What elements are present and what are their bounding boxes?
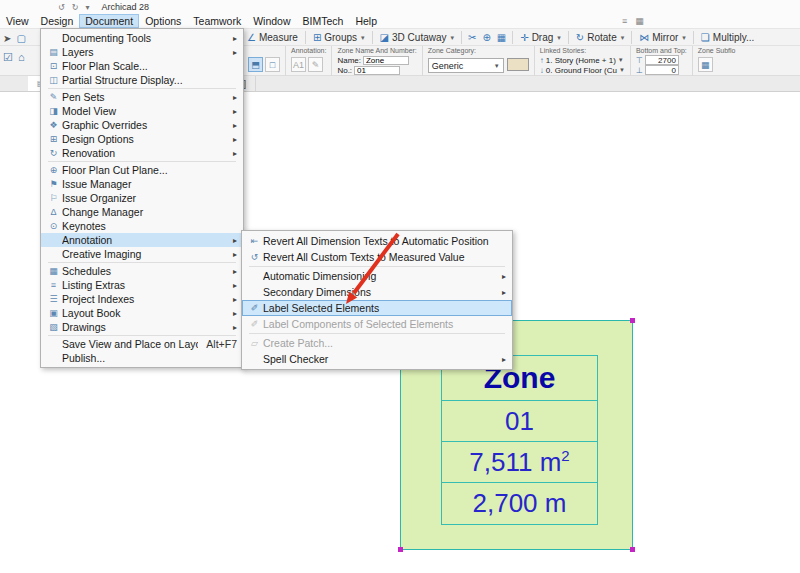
arrow-tool-icon[interactable]: ➤: [3, 33, 11, 44]
submenu-item[interactable]: Secondary Dimensions ▸: [242, 284, 512, 300]
menu-item[interactable]: ◨ Model View ▸: [41, 104, 243, 118]
zone-subfloor-icon[interactable]: ▦: [698, 57, 713, 72]
annotation-edit-button[interactable]: ✎: [308, 57, 323, 72]
zone-category-color-swatch[interactable]: [507, 58, 529, 71]
submenu-arrow-icon: ▸: [497, 272, 506, 281]
zone-stamp-area: 7,511 m2: [469, 447, 569, 478]
infobox-sections: ⬒ □ Annotation: A1 ✎ Zone Name And Numbe…: [242, 46, 741, 76]
menubar-item[interactable]: BIMTech: [297, 14, 350, 28]
menu-item-icon: ⊙: [45, 221, 62, 231]
cut-icon[interactable]: ✂: [465, 32, 479, 43]
submenu-item[interactable]: ▱ Create Patch...: [242, 335, 512, 351]
submenu-item[interactable]: ↺ Revert All Custom Texts to Measured Va…: [242, 249, 512, 265]
mirror-button[interactable]: ⋈ Mirror ▾: [635, 30, 690, 46]
layout-icon[interactable]: ▦: [635, 14, 644, 28]
menu-item-label: Model View: [62, 105, 228, 117]
menu-item[interactable]: ⚑ Issue Manager: [41, 177, 243, 191]
marquee-tool-icon[interactable]: ▢: [16, 33, 25, 44]
menu-separator: [249, 266, 505, 267]
menubar-item[interactable]: Teamwork: [187, 14, 247, 28]
menu-item-icon: ↻: [45, 148, 62, 158]
geometry-method-rect-button[interactable]: □: [265, 57, 280, 72]
menu-item[interactable]: Documenting Tools ▸: [41, 31, 243, 45]
linked-story-bottom-value: 0. Ground Floor (Cu: [546, 66, 617, 75]
add-icon[interactable]: ⊕: [479, 32, 493, 43]
menu-item-label: Issue Organizer: [62, 192, 237, 204]
menu-item[interactable]: Δ Change Manager: [41, 205, 243, 219]
menu-item[interactable]: ⊕ Floor Plan Cut Plane...: [41, 163, 243, 177]
menu-item[interactable]: ▤ Layers ▸: [41, 45, 243, 59]
zone-tool-icon[interactable]: ⌂: [18, 51, 25, 64]
cutaway-icon: ◪: [380, 32, 389, 43]
menubar-item[interactable]: Document: [79, 14, 139, 28]
default-settings-icon[interactable]: ☑: [3, 51, 13, 64]
zone-category-select[interactable]: Generic ▼: [428, 58, 504, 73]
geometry-method-section: ⬒ □: [242, 46, 285, 76]
menu-item[interactable]: ⊙ Keynotes: [41, 219, 243, 233]
multiply-button[interactable]: ❏ Multiply...: [697, 30, 758, 46]
menubar-item[interactable]: Help: [349, 14, 383, 28]
rotate-button[interactable]: ↻ Rotate ▾: [572, 30, 628, 46]
drag-button[interactable]: ✛ Drag ▾: [516, 30, 565, 46]
menu-item-icon: ⚐: [45, 193, 62, 203]
submenu-arrow-icon: ▸: [228, 149, 237, 158]
measure-button[interactable]: ∠ Measure: [243, 30, 302, 46]
menu-item-label: Listing Extras: [62, 279, 228, 291]
menu-item[interactable]: ❖ Graphic Overrides ▸: [41, 118, 243, 132]
menu-item[interactable]: ✎ Pen Sets ▸: [41, 90, 243, 104]
menu-item[interactable]: ▣ Layout Book ▸: [41, 306, 243, 320]
selection-handle[interactable]: [630, 547, 635, 552]
selection-handle[interactable]: [630, 318, 635, 323]
menu-item-label: Change Manager: [62, 206, 237, 218]
menubar-item[interactable]: Options: [139, 14, 187, 28]
linked-story-bottom-row[interactable]: ↓ 0. Ground Floor (Cu ▼: [540, 65, 625, 75]
menu-item[interactable]: ⊞ Design Options ▸: [41, 132, 243, 146]
zone-number-input[interactable]: [354, 66, 400, 75]
submenu-item-icon: ↺: [246, 252, 263, 262]
menubar-item[interactable]: Design: [35, 14, 80, 28]
cutaway-label: 3D Cutaway: [392, 32, 446, 43]
menu-item-icon: ◨: [45, 106, 62, 116]
menubar-item-label: View: [6, 15, 29, 27]
geometry-method-polygon-button[interactable]: ⬒: [248, 57, 263, 72]
menu-item[interactable]: ⚐ Issue Organizer: [41, 191, 243, 205]
undo-icon[interactable]: ↺: [58, 3, 65, 12]
menu-item[interactable]: Annotation ▸: [41, 233, 243, 247]
submenu-item[interactable]: Spell Checker ▸: [242, 351, 512, 367]
cutaway-button[interactable]: ◪ 3D Cutaway ▾: [376, 30, 458, 46]
redo-icon[interactable]: ↻: [72, 3, 79, 12]
menu-item[interactable]: ☰ Project Indexes ▸: [41, 292, 243, 306]
menu-item-label: Floor Plan Scale...: [62, 60, 237, 72]
zone-name-input[interactable]: [363, 56, 409, 65]
zone-stamp[interactable]: Zone 01 7,511 m2 2,700 m: [441, 355, 598, 525]
top-offset-input[interactable]: 2700: [645, 55, 679, 65]
menu-item[interactable]: ≡ Listing Extras ▸: [41, 278, 243, 292]
submenu-arrow-icon: ▸: [228, 236, 237, 245]
menubar-item[interactable]: Window: [247, 14, 296, 28]
submenu-arrow-icon: ▸: [497, 355, 506, 364]
submenu-item[interactable]: Automatic Dimensioning ▸: [242, 268, 512, 284]
menu-item[interactable]: ↻ Renovation ▸: [41, 146, 243, 160]
submenu-item[interactable]: ⇤ Revert All Dimension Texts to Automati…: [242, 233, 512, 249]
zone-category-value: Generic: [432, 61, 464, 71]
bottom-offset-input[interactable]: 0: [645, 65, 679, 75]
zone-subfloor-caption: Zone Subflo: [698, 47, 736, 55]
menu-item[interactable]: Creative Imaging ▸: [41, 247, 243, 261]
submenu-item[interactable]: ✐ Label Components of Selected Elements: [242, 316, 512, 332]
dropdown-icon[interactable]: ▾: [85, 3, 89, 12]
selection-handle[interactable]: [398, 547, 403, 552]
menu-item[interactable]: Publish...: [41, 351, 243, 365]
menubar-item[interactable]: View: [0, 14, 35, 28]
submenu-item[interactable]: ✐ Label Selected Elements: [242, 300, 512, 316]
menu-item[interactable]: ▦ Schedules ▸: [41, 264, 243, 278]
groups-button[interactable]: ⊞ Groups ▾: [309, 30, 369, 46]
search-icon[interactable]: ≡: [622, 14, 627, 28]
linked-story-top-row[interactable]: ↑ 1. Story (Home + 1) ▼: [540, 55, 625, 65]
menu-item-label: Design Options: [62, 133, 228, 145]
menu-item[interactable]: ▧ Drawings ▸: [41, 320, 243, 334]
grid-icon[interactable]: ▦: [494, 32, 509, 43]
annotation-a1-button[interactable]: A1: [291, 57, 306, 72]
menu-item[interactable]: ◫ Partial Structure Display...: [41, 73, 243, 87]
menu-item[interactable]: ⊡ Floor Plan Scale...: [41, 59, 243, 73]
menu-item[interactable]: Save View and Place on Layout Alt+F7: [41, 337, 243, 351]
